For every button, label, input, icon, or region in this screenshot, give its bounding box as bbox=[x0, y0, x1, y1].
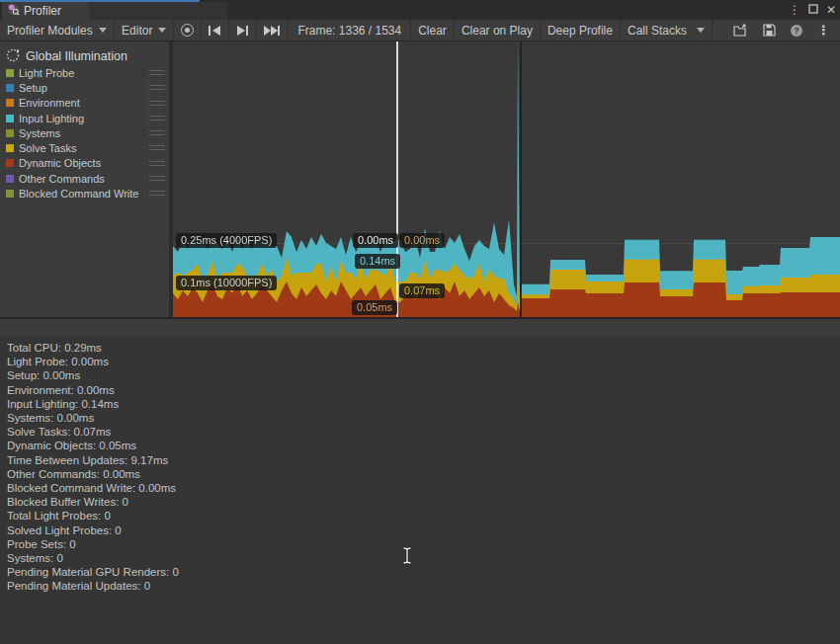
stat-line: Pending Material GPU Renders: 0 bbox=[7, 565, 179, 579]
tab-strip bbox=[89, 2, 227, 20]
drag-handle-icon[interactable] bbox=[149, 116, 165, 121]
tab-profiler[interactable]: Profiler bbox=[2, 2, 89, 20]
profiler-icon bbox=[7, 3, 20, 19]
target-selection-dropdown[interactable]: Editor bbox=[115, 20, 174, 40]
stat-line: Light Probe: 0.00ms bbox=[7, 355, 179, 368]
legend-item-setup[interactable]: Setup bbox=[0, 80, 169, 95]
kebab-menu-icon: ⋮ bbox=[817, 23, 830, 38]
clear-on-play-button[interactable]: Clear on Play bbox=[455, 20, 541, 40]
profiler-chart[interactable]: 0.25ms (4000FPS)0.1ms (10000FPS)0.00ms0.… bbox=[173, 41, 840, 317]
legend-color-chip bbox=[6, 129, 14, 137]
skip-back-icon bbox=[209, 26, 221, 36]
legend-item-environment[interactable]: Environment bbox=[0, 96, 169, 111]
next-frame-button[interactable] bbox=[229, 20, 257, 40]
stat-line: Probe Sets: 0 bbox=[7, 537, 179, 551]
legend-label: Other Commands bbox=[19, 173, 105, 185]
legend-label: Environment bbox=[19, 97, 80, 109]
stat-line: Total CPU: 0.29ms bbox=[7, 341, 179, 355]
chart-value-label: 0.00ms bbox=[399, 233, 445, 248]
module-stats: Total CPU: 0.29msLight Probe: 0.00msSetu… bbox=[7, 341, 179, 594]
legend-label: Blocked Command Write bbox=[19, 188, 138, 200]
drag-handle-icon[interactable] bbox=[149, 70, 165, 75]
legend-item-solve-tasks[interactable]: Solve Tasks bbox=[0, 140, 169, 155]
legend-item-input-lighting[interactable]: Input Lighting bbox=[0, 111, 169, 125]
frame-counter: Frame: 1336 / 1534 bbox=[289, 20, 411, 40]
window-close-icon[interactable]: ✕ bbox=[826, 3, 836, 17]
legend-item-dynamic-objects[interactable]: Dynamic Objects bbox=[0, 156, 169, 171]
stat-line: Solve Tasks: 0.07ms bbox=[7, 425, 179, 439]
stat-line: Time Between Updates: 9.17ms bbox=[7, 453, 179, 467]
chevron-down-icon bbox=[99, 28, 107, 33]
stat-line: Total Light Probes: 0 bbox=[7, 509, 179, 523]
legend-color-chip bbox=[6, 175, 14, 183]
stat-line: Blocked Buffer Writes: 0 bbox=[7, 495, 179, 509]
chevron-down-icon bbox=[158, 28, 166, 33]
target-label: Editor bbox=[122, 24, 152, 38]
call-stacks-dropdown[interactable]: Call Stacks bbox=[621, 20, 713, 40]
legend-color-chip bbox=[6, 99, 14, 107]
module-footer-strip bbox=[0, 319, 840, 336]
legend-color-chip bbox=[6, 159, 14, 167]
record-button[interactable] bbox=[174, 20, 202, 40]
legend-color-chip bbox=[6, 144, 14, 152]
window-menu-icon[interactable]: ⋮ bbox=[789, 3, 800, 17]
stat-line: Systems: 0 bbox=[7, 551, 179, 565]
drag-handle-icon[interactable] bbox=[149, 145, 165, 150]
chart-value-label: 0.07ms bbox=[399, 283, 445, 298]
chart-value-label: 0.00ms bbox=[353, 233, 398, 248]
drag-handle-icon[interactable] bbox=[149, 101, 165, 106]
legend-label: Light Probe bbox=[19, 67, 74, 79]
clear-button[interactable]: Clear bbox=[411, 20, 455, 40]
drag-handle-icon[interactable] bbox=[149, 161, 165, 166]
drag-handle-icon[interactable] bbox=[149, 130, 165, 135]
stat-line: Input Lighting: 0.14ms bbox=[7, 397, 179, 411]
help-button[interactable]: ? bbox=[783, 20, 810, 40]
chart-value-label: 0.25ms (4000FPS) bbox=[176, 233, 277, 248]
stat-line: Solved Light Probes: 0 bbox=[7, 523, 179, 537]
stat-line: Pending Material Updates: 0 bbox=[7, 579, 179, 593]
save-profile-button[interactable] bbox=[756, 20, 783, 40]
stat-line: Dynamic Objects: 0.05ms bbox=[7, 439, 179, 452]
legend-label: Setup bbox=[19, 82, 47, 94]
svg-text:?: ? bbox=[794, 26, 799, 36]
legend-item-other-commands[interactable]: Other Commands bbox=[0, 171, 169, 186]
chevron-down-icon bbox=[697, 28, 705, 33]
drag-handle-icon[interactable] bbox=[149, 191, 165, 196]
current-frame-button[interactable] bbox=[257, 20, 289, 40]
profiler-toolbar: Profiler Modules Editor Frame: 1336 / 15… bbox=[0, 20, 840, 41]
text-cursor-icon bbox=[401, 546, 413, 569]
deep-profile-button[interactable]: Deep Profile bbox=[541, 20, 621, 40]
legend-item-blocked-command-write[interactable]: Blocked Command Write bbox=[0, 186, 169, 201]
stat-line: Setup: 0.00ms bbox=[7, 368, 179, 382]
legend-color-chip bbox=[6, 69, 14, 77]
module-details-pane: Total CPU: 0.29msLight Probe: 0.00msSetu… bbox=[0, 336, 840, 644]
legend-color-chip bbox=[6, 84, 14, 92]
drag-handle-icon[interactable] bbox=[149, 85, 165, 90]
load-profile-button[interactable] bbox=[726, 20, 756, 40]
module-legend: Light ProbeSetupEnvironmentInput Lightin… bbox=[0, 65, 169, 201]
stat-line: Systems: 0.00ms bbox=[7, 411, 179, 425]
stat-line: Other Commands: 0.00ms bbox=[7, 467, 179, 481]
stat-line: Blocked Command Write: 0.00ms bbox=[7, 481, 179, 495]
skip-to-end-icon bbox=[264, 26, 281, 36]
context-menu-button[interactable]: ⋮ bbox=[810, 20, 840, 40]
legend-color-chip bbox=[6, 115, 14, 122]
drag-handle-icon[interactable] bbox=[149, 176, 165, 181]
chart-value-label: 0.05ms bbox=[352, 300, 397, 315]
legend-color-chip bbox=[6, 190, 14, 198]
profiler-modules-label: Profiler Modules bbox=[7, 24, 93, 38]
legend-label: Solve Tasks bbox=[19, 142, 77, 154]
legend-label: Systems bbox=[19, 127, 60, 139]
step-forward-icon bbox=[236, 26, 249, 36]
chart-value-label: 0.14ms bbox=[355, 254, 400, 269]
help-icon: ? bbox=[790, 24, 803, 38]
previous-frame-button[interactable] bbox=[202, 20, 229, 40]
legend-item-systems[interactable]: Systems bbox=[0, 125, 169, 140]
chart-value-label: 0.1ms (10000FPS) bbox=[176, 276, 277, 290]
profiler-modules-dropdown[interactable]: Profiler Modules bbox=[0, 20, 115, 40]
legend-label: Input Lighting bbox=[19, 113, 84, 124]
window-maximize-icon[interactable] bbox=[808, 4, 818, 16]
legend-item-light-probe[interactable]: Light Probe bbox=[0, 65, 169, 80]
title-bar: Profiler ⋮ ✕ bbox=[0, 0, 840, 20]
module-header[interactable]: Global Illumination bbox=[0, 41, 169, 65]
